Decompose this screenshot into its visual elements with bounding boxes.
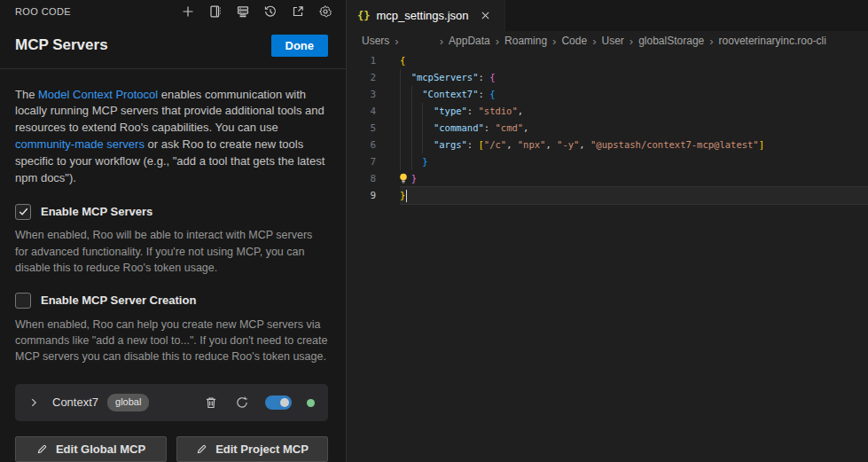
enable-mcp-server-creation-label: Enable MCP Server Creation — [41, 293, 196, 309]
breadcrumb-item[interactable]: rooveterinaryinc.roo-cli — [719, 35, 826, 47]
line-number: 9 — [347, 187, 376, 204]
server-status-indicator — [307, 399, 315, 407]
open-in-new-icon[interactable] — [288, 2, 308, 21]
code-token: } — [422, 156, 427, 167]
enable-mcp-server-creation-setting: Enable MCP Server Creation When enabled,… — [15, 293, 328, 364]
code-line[interactable]: 3"Context7": { — [347, 86, 868, 103]
server-scope-badge: global — [107, 394, 149, 412]
mcp-servers-icon[interactable] — [233, 2, 253, 21]
tab-title: mcp_settings.json — [376, 9, 468, 22]
code-token: "command" — [434, 122, 484, 133]
breadcrumb-separator-icon: › — [629, 35, 633, 48]
pencil-icon — [196, 443, 207, 455]
code-line[interactable]: 4"type": "stdio", — [347, 103, 868, 120]
code-token: ] — [759, 139, 764, 150]
breadcrumb-item[interactable]: globalStorage — [638, 35, 704, 47]
code-line[interactable]: 6"args": ["/c", "npx", "-y", "@upstash/c… — [347, 137, 868, 153]
page-title: MCP Servers — [15, 36, 108, 54]
code-token: : — [467, 139, 479, 150]
model-context-protocol-link[interactable]: Model Context Protocol — [38, 88, 158, 101]
code-line[interactable]: 8} — [347, 170, 868, 187]
mcp-server-row-context7[interactable]: Context7 global — [15, 384, 328, 421]
code-token: "mcpServers" — [411, 72, 479, 82]
text-cursor — [406, 190, 407, 202]
code-line[interactable]: 2"mcpServers": { — [347, 69, 868, 86]
enable-mcp-servers-description: When enabled, Roo will be able to intera… — [15, 227, 328, 275]
code-token: { — [489, 72, 495, 82]
code-line-content: "command": "cmd", — [400, 120, 868, 137]
breadcrumb-item[interactable]: AppData — [449, 35, 490, 47]
indent-guide — [422, 103, 434, 120]
indent-guide — [411, 120, 423, 137]
indent-guide — [411, 103, 423, 120]
code-line-content: } — [400, 187, 868, 204]
breadcrumb-separator-icon: › — [395, 35, 398, 48]
code-token: "npx" — [518, 139, 546, 150]
enable-mcp-server-creation-description: When enabled, Roo can help you create ne… — [15, 317, 328, 364]
expand-server-chevron-icon[interactable] — [27, 395, 41, 410]
breadcrumb-separator-icon: › — [552, 35, 556, 48]
code-token: "@upstash/context7-mcp@latest" — [590, 139, 759, 150]
code-token: "cmd" — [495, 122, 523, 133]
close-tab-icon[interactable] — [478, 8, 494, 24]
code-token: "args" — [434, 139, 467, 150]
edit-global-mcp-label: Edit Global MCP — [56, 442, 145, 456]
code-line[interactable]: 9} — [347, 187, 868, 204]
code-editor[interactable]: 1{2"mcpServers": {3"Context7": {4"type":… — [347, 51, 868, 462]
line-number: 1 — [347, 52, 376, 69]
intro-paragraph: The Model Context Protocol enables commu… — [15, 87, 328, 187]
code-line-content: } — [400, 170, 868, 187]
indent-guide — [400, 153, 411, 170]
code-token: } — [411, 173, 417, 184]
code-token: { — [489, 89, 495, 99]
breadcrumb-item[interactable]: Users — [362, 35, 389, 47]
edit-project-mcp-label: Edit Project MCP — [215, 442, 309, 456]
breadcrumb-item[interactable]: Code — [561, 35, 587, 47]
line-number: 2 — [347, 69, 376, 86]
code-token: : — [484, 122, 496, 133]
enable-mcp-servers-checkbox[interactable] — [15, 204, 31, 220]
code-token: { — [400, 55, 405, 66]
json-file-icon: {} — [357, 10, 370, 22]
code-line[interactable]: 5"command": "cmd", — [347, 120, 868, 137]
code-line-content: "type": "stdio", — [400, 103, 868, 120]
code-token: "stdio" — [479, 106, 518, 116]
code-line[interactable]: 7} — [347, 153, 868, 170]
lightbulb-icon[interactable] — [400, 170, 411, 187]
edit-project-mcp-button[interactable]: Edit Project MCP — [176, 436, 328, 462]
line-number: 6 — [347, 137, 376, 153]
delete-server-button[interactable] — [203, 395, 219, 411]
breadcrumb-separator-icon: › — [496, 35, 499, 48]
indent-guide — [400, 137, 411, 153]
history-icon[interactable] — [261, 2, 280, 21]
code-line-content: "args": ["/c", "npx", "-y", "@upstash/co… — [400, 137, 868, 153]
pencil-icon — [36, 443, 48, 455]
breadcrumb-item[interactable]: Roaming — [504, 35, 547, 47]
tab-mcp-settings-json[interactable]: {} mcp_settings.json — [347, 0, 505, 31]
line-number: 5 — [347, 120, 376, 137]
enable-mcp-server-creation-checkbox[interactable] — [15, 293, 31, 309]
code-token: } — [400, 190, 405, 200]
restart-server-button[interactable] — [234, 395, 250, 411]
done-button[interactable]: Done — [271, 35, 329, 57]
indent-guide — [411, 137, 423, 153]
line-number: 7 — [347, 153, 376, 170]
edit-global-mcp-button[interactable]: Edit Global MCP — [15, 436, 167, 462]
code-token: , — [545, 139, 557, 150]
code-line-content: { — [400, 52, 868, 69]
panel-header: ROO CODE — [0, 0, 346, 23]
notebook-icon[interactable] — [206, 2, 225, 21]
breadcrumb-item[interactable]: User — [601, 35, 623, 47]
editor-group: {} mcp_settings.json Users››AppData›Roam… — [347, 0, 868, 462]
code-line-content: } — [400, 153, 868, 170]
code-token: , — [518, 106, 523, 116]
breadcrumb: Users››AppData›Roaming›Code›User›globalS… — [347, 31, 868, 51]
add-icon[interactable] — [178, 2, 198, 21]
community-made-servers-link[interactable]: community-made servers — [15, 137, 145, 151]
code-line-content: "Context7": { — [400, 86, 868, 103]
server-enabled-toggle[interactable] — [265, 395, 292, 410]
indent-guide — [411, 86, 423, 103]
code-token: : — [479, 72, 490, 82]
code-line[interactable]: 1{ — [347, 52, 868, 69]
settings-icon[interactable] — [316, 2, 335, 21]
